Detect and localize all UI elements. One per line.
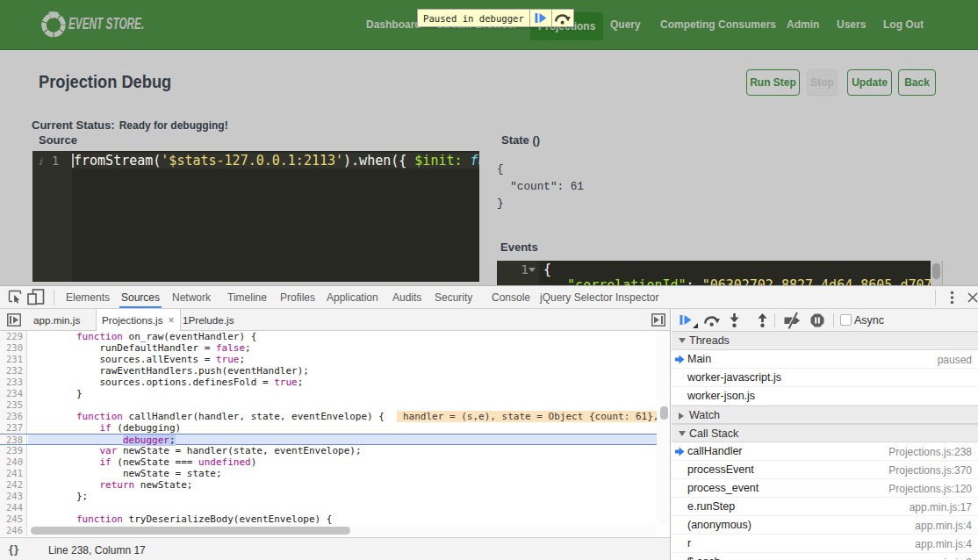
line-number[interactable]: 244 [0,502,23,513]
code-vertical-scrollbar[interactable] [657,331,670,525]
line-number[interactable]: 235 [0,399,23,411]
line-number[interactable]: 234 [0,388,23,399]
code-line-244[interactable]: 244 [0,502,670,513]
sidebar-item--anonymous-[interactable]: (anonymous)app.min.js:4 [672,516,978,535]
code-line-231[interactable]: 231 sources.allEvents = true; [0,354,670,365]
code-line-235[interactable]: 235 [0,399,670,411]
back-button[interactable]: Back [898,69,936,96]
stop-button[interactable]: Stop [807,69,838,96]
code-line-238[interactable]: 238 debugger; [0,434,670,445]
code-token [30,445,99,456]
async-checkbox[interactable] [840,314,852,326]
run-step-button[interactable]: Run Step [746,69,800,96]
nav-item-users[interactable]: Users [837,0,866,50]
line-number[interactable]: 237 [0,422,23,434]
nav-item-competing-consumers[interactable]: Competing Consumers [660,0,776,50]
line-number[interactable]: 241 [0,468,23,479]
nav-item-log-out[interactable]: Log Out [883,0,924,50]
devtools-tab-jquery-selector-inspector[interactable]: jQuery Selector Inspector [540,286,658,308]
resume-script-icon[interactable] [680,314,692,326]
show-navigator-icon[interactable] [7,313,21,327]
code-hscroll-thumb[interactable] [31,527,350,535]
code-line-243[interactable]: 243 }; [0,491,670,502]
line-number[interactable]: 232 [0,365,23,377]
line-number[interactable]: 239 [0,445,23,456]
page-title: Projection Debug [39,71,171,92]
deactivate-breakpoints-icon[interactable] [784,312,801,329]
sidebar-item-r[interactable]: rapp.min.js:4 [672,535,978,553]
line-number[interactable]: 245 [0,513,23,525]
pause-on-exceptions-icon[interactable] [810,313,824,327]
code-line-240[interactable]: 240 if (newState === undefined) [0,456,670,468]
code-line-242[interactable]: 242 return newState; [0,479,670,491]
sidebar-item-worker-json-js[interactable]: worker-json.js [672,387,978,406]
sidebar-item-worker-javascript-js[interactable]: worker-javascript.js [672,369,978,387]
code-editor[interactable]: 229 function on_raw(eventHandler) {230 r… [0,331,670,536]
devtools-tab-network[interactable]: Network [172,286,211,308]
show-debugger-sidebar-icon[interactable] [651,313,665,327]
code-line-241[interactable]: 241 newState = state; [0,468,670,479]
sidebar-section-watch[interactable]: Watch [672,406,978,424]
sidebar-item-e-runstep[interactable]: e.runStepapp.min.js:17 [672,498,978,516]
line-number[interactable]: 230 [0,342,23,354]
step-out-icon[interactable] [758,313,767,327]
code-line-234[interactable]: 234 } [0,388,670,399]
nav-item-dashboard[interactable]: Dashboard [366,0,421,50]
line-number[interactable]: 242 [0,479,23,491]
events-scrollbar-thumb[interactable] [932,263,940,279]
events-editor[interactable]: 1 { "correlationId": "06302702-8827-4d64… [497,261,931,286]
devtools-tab-application[interactable]: Application [327,286,378,308]
sidebar-item-process-event[interactable]: process_eventProjections.js:120 [672,479,978,498]
step-over-icon[interactable] [704,314,720,327]
devtools-tab-elements[interactable]: Elements [66,286,110,308]
sidebar-item-callhandler[interactable]: callHandlerProjections.js:238 [672,442,978,461]
file-tab-app-min-js[interactable]: app.min.js [33,309,80,330]
devtools-tab-timeline[interactable]: Timeline [227,286,267,308]
code-line-245[interactable]: 245 function tryDeserializeBody(eventEnv… [0,513,670,525]
sidebar-item--each[interactable]: $.eachapp.min.js:2 [672,553,978,560]
update-button[interactable]: Update [847,69,892,96]
code-horizontal-scrollbar[interactable] [28,525,657,536]
devtools-tab-console[interactable]: Console [492,286,530,308]
devtools-tab-sources[interactable]: Sources [119,286,162,308]
devtools-tab-audits[interactable]: Audits [392,286,421,308]
code-line-237[interactable]: 237 if (debugging) [0,422,670,434]
nav-item-admin[interactable]: Admin [787,0,819,50]
code-line-232[interactable]: 232 rawEventHandlers.push(eventHandler); [0,365,670,377]
code-line-236[interactable]: 236 function callHandler(handler, state,… [0,411,670,422]
step-over-button[interactable] [551,10,573,26]
inspect-element-icon[interactable] [8,290,22,304]
fold-arrow-icon[interactable] [529,268,536,272]
file-tab-1prelude-js[interactable]: 1Prelude.js [183,309,234,330]
events-scrollbar[interactable] [931,261,943,286]
pretty-print-icon[interactable]: {} [9,542,19,556]
resume-script-button[interactable] [529,10,551,26]
line-number[interactable]: 243 [0,491,23,502]
devtools-tab-security[interactable]: Security [435,286,472,308]
code-line-230[interactable]: 230 runDefaultHandler = false; [0,342,670,354]
sidebar-item-processevent[interactable]: processEventProjections.js:370 [672,461,978,479]
line-number[interactable]: 233 [0,377,23,388]
line-number[interactable]: 246 [0,525,23,536]
sidebar-item-main[interactable]: Mainpaused [672,350,978,369]
code-line-233[interactable]: 233 sources.options.definesFold = true; [0,377,670,388]
sidebar-section-call-stack[interactable]: Call Stack [672,424,978,442]
device-toolbar-icon[interactable] [27,289,45,305]
code-vscroll-thumb[interactable] [660,406,668,420]
source-editor[interactable]: i 1 fromStream('$stats-127.0.0.1:2113').… [32,151,479,282]
line-number[interactable]: 236 [0,411,23,422]
more-options-icon[interactable] [950,291,954,305]
close-devtools-icon[interactable] [967,292,978,303]
line-number[interactable]: 240 [0,456,23,468]
devtools-tab-profiles[interactable]: Profiles [280,286,315,308]
line-number[interactable]: 231 [0,354,23,365]
close-tab-icon[interactable]: × [169,314,175,327]
code-line-229[interactable]: 229 function on_raw(eventHandler) { [0,331,670,342]
file-tab-projections-js[interactable]: Projections.js× [96,309,181,331]
code-line-239[interactable]: 239 var newState = handler(state, eventE… [0,445,670,456]
code-token: if [99,456,111,468]
sidebar-section-threads[interactable]: Threads [672,332,978,350]
line-number[interactable]: 229 [0,331,23,342]
step-into-icon[interactable] [730,313,739,327]
nav-item-query[interactable]: Query [610,0,641,50]
